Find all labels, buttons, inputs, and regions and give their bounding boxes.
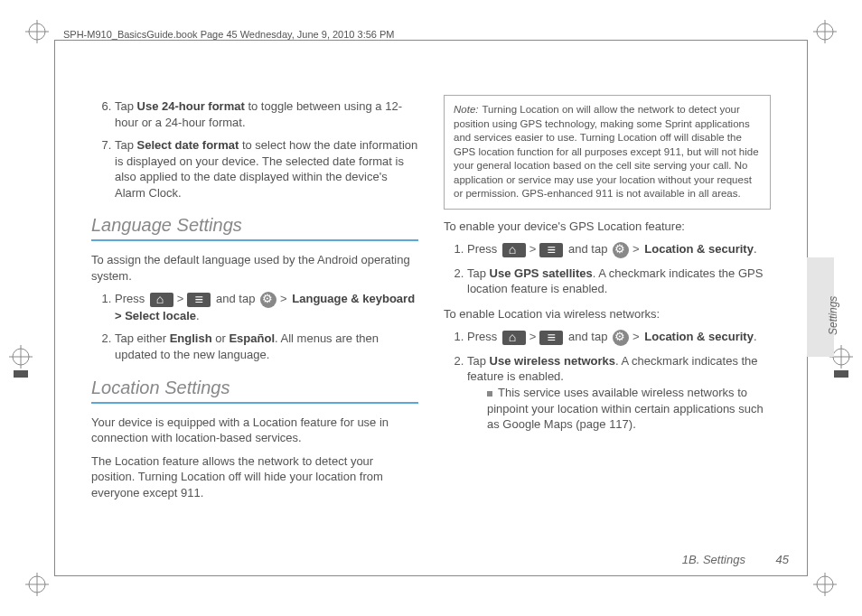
- svg-rect-15: [14, 370, 28, 378]
- section-heading-language: Language Settings: [91, 213, 418, 238]
- note-label: Note:: [454, 104, 479, 115]
- body-text: To enable your device's GPS Location fea…: [444, 219, 771, 235]
- step-item: Tap Use GPS satellites. A checkmark indi…: [467, 266, 771, 297]
- page-frame: Settings Tap Use 24-hour format to toggl…: [54, 40, 808, 576]
- gear-icon: [260, 292, 276, 308]
- footer-page: 45: [776, 553, 789, 566]
- gear-icon: [613, 330, 629, 346]
- chevron-right-icon: >: [529, 241, 537, 257]
- body-text: To enable Location via wireless networks…: [444, 306, 771, 322]
- body-text: The Location feature allows the network …: [91, 453, 418, 501]
- menu-icon: [539, 331, 563, 345]
- step-item: Tap Select date format to select how the…: [115, 137, 418, 201]
- step-item: Press > and tap > Location & security.: [467, 241, 771, 258]
- menu-icon: [187, 293, 211, 307]
- menu-icon: [539, 243, 563, 257]
- step-item: Press > and tap > Location & security.: [467, 329, 771, 346]
- step-item: Tap Use wireless networks. A checkmark i…: [467, 353, 771, 433]
- chevron-right-icon: >: [632, 241, 640, 257]
- step-item: Tap either English or Español. All menus…: [115, 331, 418, 362]
- note-box: Note:Turning Location on will allow the …: [444, 95, 771, 210]
- bullet-icon: [487, 391, 492, 397]
- home-icon: [150, 293, 173, 307]
- chevron-right-icon: >: [632, 329, 640, 345]
- crop-mark-icon: [813, 20, 837, 43]
- home-icon: [502, 243, 526, 257]
- chevron-right-icon: >: [280, 291, 287, 307]
- section-rule: [91, 239, 418, 241]
- crop-mark-icon: [25, 20, 49, 43]
- crop-mark-icon: [813, 573, 837, 596]
- sub-bullet: This service uses available wireless net…: [467, 385, 771, 433]
- crop-mark-icon: [25, 573, 49, 596]
- svg-rect-19: [834, 370, 848, 378]
- gear-icon: [613, 242, 629, 258]
- section-rule: [91, 402, 418, 404]
- body-text: To assign the default language used by t…: [91, 252, 418, 284]
- thumb-tab: Settings: [807, 257, 834, 357]
- side-mark-icon: [9, 345, 33, 381]
- page-header: SPH-M910_BasicsGuide.book Page 45 Wednes…: [63, 29, 395, 40]
- left-column: Tap Use 24-hour format to toggle between…: [91, 95, 418, 539]
- note-text: Turning Location on will allow the netwo…: [454, 104, 759, 199]
- thumb-tab-label: Settings: [827, 296, 839, 335]
- section-heading-location: Location Settings: [91, 376, 418, 400]
- chevron-right-icon: >: [529, 329, 537, 345]
- chevron-right-icon: >: [177, 291, 184, 307]
- page-footer: 1B. Settings 45: [682, 553, 789, 566]
- body-text: Your device is equipped with a Location …: [91, 415, 418, 446]
- step-item: Press > and tap > Language & keyboard > …: [115, 291, 418, 323]
- home-icon: [502, 331, 526, 345]
- footer-section: 1B. Settings: [682, 553, 745, 566]
- step-item: Tap Use 24-hour format to toggle between…: [115, 98, 418, 130]
- right-column: Note:Turning Location on will allow the …: [444, 95, 771, 539]
